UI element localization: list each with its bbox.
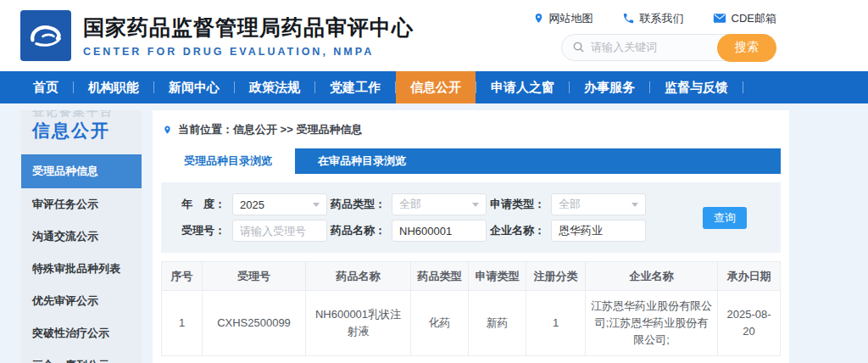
cell-company: 江苏恩华药业股份有限公司;江苏恩华药业股份有限公司; [586, 291, 718, 356]
drug-name-input[interactable] [392, 220, 487, 242]
table-row: 1 CXHS2500099 NH600001乳状注射液 化药 新药 1 江苏恩华… [162, 291, 781, 356]
table-header-row: 序号 受理号 药品名称 药品类型 申请类型 注册分类 企业名称 承办日期 [162, 262, 781, 291]
contact-link[interactable]: 联系我们 [622, 11, 684, 26]
drug-type-value: 全部 [399, 197, 421, 212]
year-label: 年 度： [171, 197, 225, 212]
site-title: 国家药品监督管理局药品审评中心 [83, 14, 414, 42]
search-button[interactable]: 搜索 [717, 34, 776, 62]
drug-type-field: 药品类型： 全部 [331, 193, 487, 215]
search-input[interactable] [591, 41, 716, 53]
main-panel: 当前位置：信息公开 >> 受理品种信息 受理品种目录浏览 在审品种目录浏览 年 … [153, 110, 789, 363]
apply-type-label: 申请类型： [490, 197, 544, 212]
nav-separator [743, 81, 743, 93]
apply-type-value: 全部 [559, 197, 581, 212]
col-header-drug-type: 药品类型 [411, 262, 469, 291]
tab-accepted-catalog[interactable]: 受理品种目录浏览 [161, 148, 295, 174]
site-subtitle: CENTER FOR DRUG EVALUATION, NMPA [83, 46, 414, 58]
col-header-date: 承办日期 [718, 262, 781, 291]
sidebar-title: 信息公开 [32, 119, 110, 142]
drug-name-field: 药品名称： [331, 220, 487, 242]
content-area: 登记备案平台 信息公开 受理品种信息 审评任务公示 沟通交流公示 特殊审批品种列… [0, 103, 868, 363]
tab-under-review-catalog[interactable]: 在审品种目录浏览 [295, 148, 429, 174]
site-header: 国家药品监督管理局药品审评中心 CENTER FOR DRUG EVALUATI… [0, 0, 868, 71]
nav-item-party-building[interactable]: 党建工作 [315, 71, 395, 103]
swan-swoosh-icon [24, 14, 68, 58]
company-label: 企业名称： [490, 223, 544, 238]
site-search: 搜索 [561, 34, 776, 61]
cell-acceptance-no: CXHS2500099 [203, 291, 306, 356]
sidebar-item-review-tasks[interactable]: 审评任务公示 [21, 188, 142, 221]
sidebar-item-priority-review[interactable]: 优先审评公示 [21, 285, 142, 317]
drug-type-select[interactable]: 全部 [392, 193, 487, 215]
sidebar-item-three-in-one[interactable]: 三合一序列公示 [21, 349, 142, 363]
nav-item-supervision-feedback[interactable]: 监督与反馈 [650, 71, 743, 103]
chevron-down-icon [313, 203, 320, 207]
sidebar-item-accepted-varieties[interactable]: 受理品种信息 [21, 154, 142, 188]
results-table: 序号 受理号 药品名称 药品类型 申请类型 注册分类 企业名称 承办日期 1 C… [161, 261, 781, 356]
col-header-reg-class: 注册分类 [526, 262, 586, 291]
acceptance-no-field: 受理号： [171, 220, 327, 242]
nav-item-services[interactable]: 办事服务 [570, 71, 649, 103]
pagination: 共 1 条 上一页 1 下一页 10 条/页 到第 页 确定 [161, 356, 781, 363]
nav-item-policy[interactable]: 政策法规 [235, 71, 314, 103]
mail-icon [713, 13, 726, 24]
contact-label: 联系我们 [640, 11, 684, 26]
breadcrumb: 当前位置：信息公开 >> 受理品种信息 [161, 115, 781, 148]
location-pin-icon [163, 124, 172, 136]
phone-icon [622, 12, 635, 25]
drug-type-label: 药品类型： [331, 197, 385, 212]
cde-mail-link[interactable]: CDE邮箱 [713, 11, 776, 26]
sitemap-label: 网站地图 [549, 11, 593, 26]
year-value: 2025 [240, 198, 264, 211]
col-header-seq: 序号 [162, 262, 203, 291]
apply-type-select[interactable]: 全部 [551, 193, 646, 215]
nav-item-functions[interactable]: 机构职能 [74, 71, 153, 103]
nav-item-home[interactable]: 首页 [19, 71, 73, 103]
cell-drug-name: NH600001乳状注射液 [306, 291, 411, 356]
cell-apply-type: 新药 [469, 291, 526, 356]
year-select[interactable]: 2025 [232, 193, 327, 215]
col-header-acceptance-no: 受理号 [203, 262, 306, 291]
col-header-company: 企业名称 [586, 262, 718, 291]
sidebar: 登记备案平台 信息公开 受理品种信息 审评任务公示 沟通交流公示 特殊审批品种列… [21, 110, 142, 363]
cde-mail-label: CDE邮箱 [732, 11, 776, 26]
query-button[interactable]: 查询 [703, 207, 747, 229]
cde-logo [20, 10, 71, 61]
col-header-drug-name: 药品名称 [306, 262, 411, 291]
breadcrumb-text: 当前位置：信息公开 >> 受理品种信息 [178, 122, 362, 137]
chevron-down-icon [472, 203, 479, 207]
brand-text: 国家药品监督管理局药品审评中心 CENTER FOR DRUG EVALUATI… [83, 14, 414, 58]
acceptance-no-label: 受理号： [171, 223, 225, 238]
filter-panel: 年 度： 2025 药品类型： 全部 申请类型： 全部 [161, 182, 781, 253]
col-header-apply-type: 申请类型 [469, 262, 526, 291]
nav-item-applicant-window[interactable]: 申请人之窗 [476, 71, 569, 103]
sidebar-header: 登记备案平台 信息公开 [21, 110, 142, 154]
apply-type-field: 申请类型： 全部 [490, 193, 646, 215]
sidebar-item-breakthrough-therapy[interactable]: 突破性治疗公示 [21, 317, 142, 349]
map-pin-icon [533, 12, 544, 25]
company-field: 企业名称： [490, 220, 646, 242]
search-icon [572, 41, 585, 53]
header-right: 网站地图 联系我们 CDE邮箱 搜索 [533, 11, 776, 61]
chevron-down-icon [632, 203, 638, 207]
brand: 国家药品监督管理局药品审评中心 CENTER FOR DRUG EVALUATI… [20, 10, 414, 61]
sidebar-item-communication[interactable]: 沟通交流公示 [21, 221, 142, 253]
acceptance-no-input[interactable] [232, 220, 327, 242]
company-input[interactable] [551, 220, 646, 242]
filter-row-1: 年 度： 2025 药品类型： 全部 申请类型： 全部 [171, 193, 771, 215]
year-field: 年 度： 2025 [171, 193, 327, 215]
filter-row-2: 受理号： 药品名称： 企业名称： [171, 220, 771, 242]
cell-reg-class: 1 [526, 291, 586, 356]
tab-bar: 受理品种目录浏览 在审品种目录浏览 [161, 148, 781, 174]
sitemap-link[interactable]: 网站地图 [533, 11, 593, 26]
nav-item-news[interactable]: 新闻中心 [154, 71, 234, 103]
cell-date: 2025-08-20 [718, 291, 781, 356]
quick-links: 网站地图 联系我们 CDE邮箱 [533, 11, 776, 26]
sidebar-item-special-approval[interactable]: 特殊审批品种列表 [21, 253, 142, 285]
nav-item-info-disclosure[interactable]: 信息公开 [396, 71, 476, 103]
cell-seq: 1 [162, 291, 203, 356]
main-nav: 首页 机构职能 新闻中心 政策法规 党建工作 信息公开 申请人之窗 办事服务 监… [0, 71, 868, 103]
cell-drug-type: 化药 [411, 291, 469, 356]
drug-name-label: 药品名称： [331, 223, 385, 238]
